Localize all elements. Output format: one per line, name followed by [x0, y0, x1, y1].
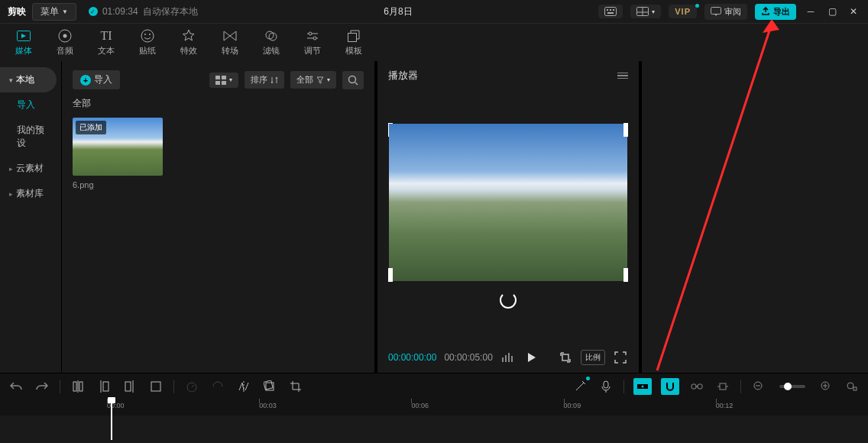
svg-point-60: [847, 383, 853, 389]
sidebar: ▾本地 导入 我的预设 ▸云素材 ▸素材库: [0, 61, 61, 373]
tab-audio[interactable]: 音频: [44, 24, 86, 61]
review-button[interactable]: 审阅: [704, 4, 747, 20]
zoom-out-button[interactable]: [750, 378, 767, 395]
mirror-button[interactable]: [235, 378, 252, 395]
fullscreen-icon[interactable]: [613, 350, 628, 365]
sticker-icon: [140, 28, 155, 44]
trim-left-button[interactable]: [96, 378, 112, 395]
adjust-icon: [305, 28, 320, 44]
section-label: 全部: [73, 97, 364, 110]
player-title: 播放器: [388, 69, 418, 82]
layout-icon[interactable]: ▾: [630, 5, 661, 18]
chevron-right-icon: ▸: [9, 190, 13, 198]
custom-speed-button[interactable]: [183, 378, 200, 395]
track-area[interactable]: [0, 416, 868, 443]
zoom-in-button[interactable]: [818, 378, 834, 395]
player-menu-icon[interactable]: [617, 73, 628, 79]
import-button[interactable]: +导入: [73, 70, 120, 89]
vip-button[interactable]: VIP: [669, 5, 697, 18]
play-button[interactable]: [523, 350, 539, 365]
split-button[interactable]: [70, 378, 86, 395]
menu-button[interactable]: 菜单▼: [32, 3, 76, 21]
svg-point-26: [349, 76, 356, 82]
smart-tool-button[interactable]: [572, 378, 588, 395]
crop-icon[interactable]: [558, 350, 573, 365]
close-icon[interactable]: ✕: [847, 5, 860, 18]
delete-button[interactable]: [147, 378, 164, 395]
current-time: 00:00:00:00: [388, 352, 436, 363]
transition-icon: [222, 28, 238, 44]
svg-point-20: [313, 37, 316, 40]
link-button[interactable]: [688, 378, 705, 395]
reverse-button[interactable]: [209, 378, 226, 395]
svg-point-14: [149, 34, 151, 35]
svg-rect-46: [604, 381, 608, 388]
svg-rect-39: [125, 382, 131, 391]
media-item[interactable]: 已添加 6.png: [73, 118, 163, 189]
added-tag: 已添加: [76, 121, 106, 134]
filter-button[interactable]: 全部▾: [290, 71, 336, 89]
tab-template[interactable]: 模板: [333, 24, 374, 61]
player-panel: 播放器 00:00:00:00 00:00:05:00 比例: [374, 61, 639, 373]
effect-icon: [181, 28, 196, 44]
svg-rect-37: [103, 382, 108, 391]
aspect-ratio-button[interactable]: 比例: [581, 350, 605, 365]
sort-button[interactable]: 排序: [245, 71, 284, 89]
magnet-button[interactable]: [661, 378, 679, 395]
svg-rect-25: [222, 81, 226, 85]
main-track-button[interactable]: [633, 378, 652, 395]
tab-transition[interactable]: 转场: [209, 24, 251, 61]
sidebar-item-cloud[interactable]: ▸云素材: [0, 156, 61, 181]
zoom-fit-button[interactable]: [844, 378, 860, 395]
autosave-status: ✓ 01:09:34 自动保存本地: [89, 5, 198, 18]
playhead[interactable]: [111, 399, 112, 440]
plus-icon: +: [80, 75, 91, 86]
sidebar-item-preset[interactable]: 我的预设: [0, 118, 61, 156]
svg-rect-31: [511, 356, 513, 362]
svg-rect-24: [215, 81, 220, 85]
maximize-icon[interactable]: ▢: [825, 5, 839, 18]
minimize-icon[interactable]: ─: [804, 5, 818, 18]
view-mode-button[interactable]: ▾: [209, 73, 238, 88]
media-panel: +导入 ▾ 排序 全部▾ 全部 已添加 6.png: [61, 61, 374, 373]
redo-button[interactable]: [34, 378, 50, 395]
titlebar: 剪映 菜单▼ ✓ 01:09:34 自动保存本地 6月8日 ▾ VIP 审阅 导…: [0, 0, 868, 23]
tab-media[interactable]: 媒体: [3, 24, 44, 61]
volume-bars-icon[interactable]: [500, 350, 516, 365]
export-button[interactable]: 导出: [755, 4, 796, 20]
category-tabs: 媒体 音频 TI文本 贴纸 特效 转场 滤镜 调节 模板: [0, 23, 868, 61]
svg-point-15: [266, 31, 274, 39]
search-button[interactable]: [342, 71, 364, 89]
svg-rect-22: [215, 76, 220, 79]
app-logo: 剪映: [8, 5, 26, 18]
preview-area[interactable]: [377, 90, 639, 342]
svg-rect-23: [222, 76, 226, 79]
template-icon: [346, 28, 361, 44]
preview-line-button[interactable]: [714, 378, 731, 395]
loading-icon: [500, 292, 517, 309]
tab-sticker[interactable]: 贴纸: [127, 24, 168, 61]
text-icon: TI: [99, 28, 114, 44]
zoom-slider[interactable]: [779, 385, 805, 388]
keyboard-icon[interactable]: [598, 5, 623, 18]
rotate-button[interactable]: [261, 378, 278, 395]
inspector-panel: [639, 61, 868, 373]
sidebar-item-import[interactable]: 导入: [0, 92, 61, 118]
preview-frame: [389, 124, 627, 281]
mic-button[interactable]: [598, 378, 614, 395]
tab-text[interactable]: TI文本: [86, 24, 127, 61]
sidebar-item-local[interactable]: ▾本地: [0, 67, 57, 92]
tab-filter[interactable]: 滤镜: [251, 24, 292, 61]
timeline-panel[interactable]: 00:00 00:03 00:06 00:09 00:12: [0, 399, 868, 443]
svg-line-27: [355, 82, 358, 85]
crop-button[interactable]: [287, 378, 304, 395]
trim-right-button[interactable]: [121, 378, 138, 395]
undo-button[interactable]: [8, 378, 24, 395]
edit-toolbar: [0, 373, 868, 399]
tab-adjust[interactable]: 调节: [292, 24, 333, 61]
timeline-ruler[interactable]: 00:00 00:03 00:06 00:09 00:12: [0, 399, 868, 416]
sidebar-item-library[interactable]: ▸素材库: [0, 181, 61, 206]
svg-rect-4: [607, 12, 614, 14]
tab-effect[interactable]: 特效: [168, 24, 209, 61]
svg-rect-45: [264, 380, 273, 390]
